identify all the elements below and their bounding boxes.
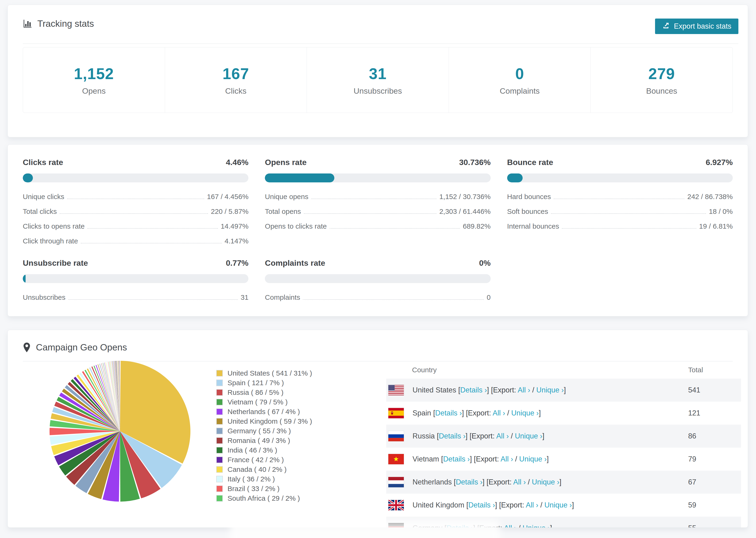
export-all-link[interactable]: All › xyxy=(526,501,538,509)
legend-item-italy[interactable]: Italy ( 36 / 2% ) xyxy=(216,474,312,484)
details-link[interactable]: Details › xyxy=(456,478,482,486)
export-basic-stats-button[interactable]: Export basic stats xyxy=(655,19,738,34)
legend-item-netherlands[interactable]: Netherlands ( 67 / 4% ) xyxy=(216,407,312,416)
rate-progress-track xyxy=(265,174,490,183)
rate-detail-row: Internal bounces 19 / 6.81% xyxy=(507,222,733,230)
stat-unsubscribes: 31 Unsubscribes xyxy=(307,47,449,113)
legend-item-canada[interactable]: Canada ( 40 / 2% ) xyxy=(216,464,312,474)
rate-title: Clicks rate xyxy=(23,158,63,167)
export-all-link[interactable]: All › xyxy=(501,455,513,463)
detail-value: 220 / 5.87% xyxy=(211,207,248,215)
detail-label: Internal bounces xyxy=(507,222,559,230)
export-all-link[interactable]: All › xyxy=(504,524,516,528)
export-unique-link[interactable]: Unique › xyxy=(544,501,572,509)
export-unique-link[interactable]: Unique › xyxy=(515,432,542,440)
legend-label: Spain ( 121 / 7% ) xyxy=(228,379,284,387)
export-icon xyxy=(662,21,670,31)
legend-item-south-africa[interactable]: South Africa ( 29 / 2% ) xyxy=(216,493,312,503)
export-all-link[interactable]: All › xyxy=(513,478,526,486)
es-flag-icon xyxy=(388,408,404,418)
export-all-link[interactable]: All › xyxy=(493,409,505,417)
country-row-spain: Spain [Details ›] [Export: All › / Uniqu… xyxy=(386,402,741,425)
rate-title: Opens rate xyxy=(265,158,307,167)
rate-title-row: Complaints rate 0% xyxy=(265,258,490,268)
detail-label: Total clicks xyxy=(23,207,57,215)
export-unique-link[interactable]: Unique › xyxy=(523,524,550,528)
legend-item-vietnam[interactable]: Vietnam ( 79 / 5% ) xyxy=(216,397,312,407)
legend-item-brazil[interactable]: Brazil ( 33 / 2% ) xyxy=(216,484,312,493)
geo-opens-pie-chart[interactable] xyxy=(48,359,192,503)
rates-grid: Clicks rate 4.46% Unique clicks 167 / 4.… xyxy=(23,158,733,301)
country-cell: United Kingdom [Details ›] [Export: All … xyxy=(412,501,574,510)
details-link[interactable]: Details › xyxy=(460,386,487,394)
rate-title: Unsubscribe rate xyxy=(23,258,88,268)
details-link[interactable]: Details › xyxy=(435,409,462,417)
legend-item-germany[interactable]: Germany ( 55 / 3% ) xyxy=(216,426,312,436)
legend-item-india[interactable]: India ( 46 / 3% ) xyxy=(216,445,312,455)
legend-item-united-states[interactable]: United States ( 541 / 31% ) xyxy=(216,368,312,378)
pie-slice-other[interactable] xyxy=(118,361,120,431)
rate-block-bounce-rate: Bounce rate 6.927% Hard bounces 242 / 86… xyxy=(507,158,733,245)
dotted-leader xyxy=(60,213,208,214)
dotted-leader xyxy=(67,198,204,199)
legend-swatch xyxy=(216,380,223,386)
details-link[interactable]: Details › xyxy=(443,455,470,463)
details-link[interactable]: Details › xyxy=(439,432,465,440)
rate-title: Complaints rate xyxy=(265,258,325,268)
detail-value: 689.82% xyxy=(463,222,490,230)
details-link[interactable]: Details › xyxy=(468,501,495,509)
de-flag-icon xyxy=(388,523,404,528)
stat-value: 31 xyxy=(369,65,387,82)
export-button-label: Export basic stats xyxy=(674,22,731,30)
rate-title: Bounce rate xyxy=(507,158,553,167)
rate-detail-row: Total clicks 220 / 5.87% xyxy=(23,207,248,215)
details-link[interactable]: Details › xyxy=(447,524,473,528)
legend-label: Netherlands ( 67 / 4% ) xyxy=(228,408,300,416)
detail-label: Unique clicks xyxy=(23,193,64,201)
export-unique-link[interactable]: Unique › xyxy=(532,478,559,486)
export-unique-link[interactable]: Unique › xyxy=(519,455,547,463)
legend-label: France ( 42 / 2% ) xyxy=(228,456,284,464)
legend-item-romania[interactable]: Romania ( 49 / 3% ) xyxy=(216,436,312,445)
legend-item-united-kingdom[interactable]: United Kingdom ( 59 / 3% ) xyxy=(216,416,312,426)
rate-detail-row: Total opens 2,303 / 61.446% xyxy=(265,207,490,215)
legend-label: Brazil ( 33 / 2% ) xyxy=(228,485,280,493)
country-row-united-states: United States [Details ›] [Export: All ›… xyxy=(386,379,741,402)
rate-value: 0.77% xyxy=(226,258,248,268)
rate-title-row: Unsubscribe rate 0.77% xyxy=(23,258,248,268)
stats-summary-row: 1,152 Opens167 Clicks31 Unsubscribes0 Co… xyxy=(23,47,733,113)
rate-progress-track xyxy=(23,274,248,283)
detail-label: Hard bounces xyxy=(507,193,551,201)
detail-label: Complaints xyxy=(265,294,300,301)
export-unique-link[interactable]: Unique › xyxy=(511,409,539,417)
legend-item-spain[interactable]: Spain ( 121 / 7% ) xyxy=(216,378,312,388)
detail-value: 14.497% xyxy=(221,222,248,230)
stat-value: 1,152 xyxy=(74,65,114,82)
dotted-leader xyxy=(303,299,484,300)
legend-label: United States ( 541 / 31% ) xyxy=(228,369,312,377)
country-column-header: Country xyxy=(412,366,437,374)
detail-value: 31 xyxy=(241,294,248,301)
country-name: United States xyxy=(412,386,456,394)
tracking-stats-header: Tracking stats xyxy=(23,19,94,29)
dotted-leader xyxy=(562,228,696,229)
legend-item-russia[interactable]: Russia ( 86 / 5% ) xyxy=(216,388,312,397)
legend-label: Romania ( 49 / 3% ) xyxy=(228,437,290,445)
export-all-link[interactable]: All › xyxy=(518,386,530,394)
rate-block-clicks-rate: Clicks rate 4.46% Unique clicks 167 / 4.… xyxy=(23,158,248,245)
rate-progress-track xyxy=(265,274,490,283)
country-cell: Spain [Details ›] [Export: All › / Uniqu… xyxy=(412,409,541,417)
rate-detail-row: Click through rate 4.147% xyxy=(23,237,248,245)
export-all-link[interactable]: All › xyxy=(496,432,509,440)
pie-slice-other[interactable] xyxy=(112,361,120,431)
rates-card: Clicks rate 4.46% Unique clicks 167 / 4.… xyxy=(8,144,748,316)
header-divider xyxy=(23,43,738,44)
export-unique-link[interactable]: Unique › xyxy=(536,386,564,394)
stat-label: Clicks xyxy=(225,86,246,95)
detail-label: Unsubscribes xyxy=(23,294,66,301)
legend-swatch xyxy=(216,437,223,444)
stat-complaints: 0 Complaints xyxy=(449,47,591,113)
stat-label: Unsubscribes xyxy=(353,86,402,95)
legend-item-france[interactable]: France ( 42 / 2% ) xyxy=(216,455,312,464)
bar-chart-icon xyxy=(23,19,32,28)
